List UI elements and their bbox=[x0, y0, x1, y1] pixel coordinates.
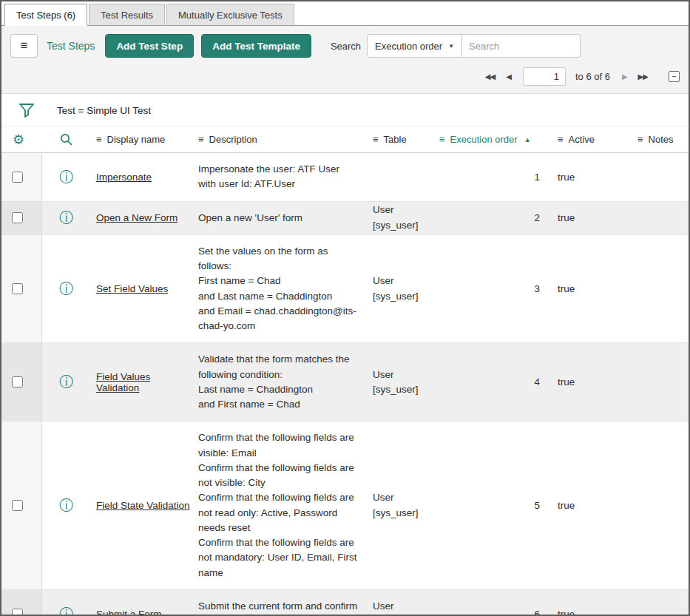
row-checkbox[interactable] bbox=[12, 609, 23, 616]
display-name-link[interactable]: Submit a Form bbox=[96, 609, 162, 616]
execution-order-cell: 1 bbox=[433, 172, 552, 183]
column-label: Table bbox=[384, 134, 407, 145]
table-row: ⓘ Field Values Validation Validate that … bbox=[1, 343, 689, 422]
column-menu-icon: ≡ bbox=[637, 134, 643, 145]
first-page-button[interactable]: ◀◀ bbox=[483, 71, 497, 82]
collapse-list-button[interactable]: − bbox=[669, 71, 680, 82]
table-name-cell: User [sys_user] bbox=[367, 490, 433, 521]
add-test-step-button[interactable]: Add Test Step bbox=[105, 34, 194, 58]
execution-order-cell: 5 bbox=[433, 500, 552, 511]
column-label: Notes bbox=[649, 134, 674, 145]
test-steps-page: Test Steps (6) Test Results Mutually Exc… bbox=[0, 0, 690, 616]
table-row: ⓘ Submit a Form Submit the current form … bbox=[1, 590, 689, 616]
list-column-header: ⚙ ≡ Display name ≡ Description ≡ Table ≡… bbox=[1, 126, 689, 153]
execution-order-cell: 6 bbox=[433, 609, 552, 616]
row-checkbox[interactable] bbox=[12, 500, 23, 511]
gear-icon[interactable]: ⚙ bbox=[13, 132, 24, 148]
row-checkbox[interactable] bbox=[12, 212, 23, 223]
row-checkbox[interactable] bbox=[12, 283, 23, 294]
list-menu-button[interactable]: ≡ bbox=[10, 34, 38, 58]
search-field-dropdown[interactable]: Execution order ▼ bbox=[367, 34, 462, 58]
table-name-cell: User [sys_user] bbox=[367, 599, 433, 616]
sort-ascending-icon: ▲ bbox=[524, 136, 531, 143]
column-header-notes[interactable]: ≡ Notes bbox=[632, 134, 689, 145]
info-icon[interactable]: ⓘ bbox=[59, 282, 73, 296]
info-icon[interactable]: ⓘ bbox=[59, 170, 73, 184]
column-header-description[interactable]: ≡ Description bbox=[192, 134, 367, 145]
last-page-button[interactable]: ▶▶ bbox=[636, 71, 650, 82]
display-name-link[interactable]: Impersonate bbox=[96, 172, 152, 183]
personalize-columns-cell: ⚙ bbox=[1, 132, 42, 148]
row-select-cell bbox=[1, 202, 42, 234]
info-icon[interactable]: ⓘ bbox=[59, 607, 73, 616]
row-info-cell: ⓘ bbox=[42, 607, 90, 616]
display-name-cell: Submit a Form bbox=[90, 609, 192, 616]
active-cell: true bbox=[552, 172, 632, 183]
caret-down-icon: ▼ bbox=[448, 43, 454, 50]
list-title-link[interactable]: Test Steps bbox=[47, 40, 95, 52]
row-info-cell: ⓘ bbox=[42, 375, 90, 389]
info-icon[interactable]: ⓘ bbox=[59, 211, 73, 225]
row-checkbox[interactable] bbox=[12, 172, 23, 183]
execution-order-cell: 4 bbox=[433, 376, 552, 387]
row-checkbox[interactable] bbox=[12, 376, 23, 387]
row-info-cell: ⓘ bbox=[42, 170, 90, 184]
table-row: ⓘ Field State Validation Confirm that th… bbox=[1, 422, 689, 590]
table-name-cell: User [sys_user] bbox=[367, 368, 433, 398]
description-cell: Open a new 'User' form bbox=[192, 202, 367, 234]
column-label: Description bbox=[209, 134, 257, 145]
column-label: Execution order bbox=[450, 134, 518, 145]
hamburger-icon: ≡ bbox=[21, 38, 28, 53]
display-name-cell: Field Values Validation bbox=[90, 371, 192, 393]
execution-order-cell: 3 bbox=[433, 283, 552, 294]
tab-bar: Test Steps (6) Test Results Mutually Exc… bbox=[1, 1, 689, 26]
row-info-cell: ⓘ bbox=[42, 282, 90, 296]
column-menu-icon: ≡ bbox=[373, 134, 379, 145]
description-cell: Set the values on the form as follows: F… bbox=[192, 235, 367, 343]
pagination-row: ◀◀ ◀ to 6 of 6 ▶ ▶▶ − bbox=[10, 67, 680, 86]
row-select-cell bbox=[1, 153, 42, 201]
table-row: ⓘ Impersonate Impersonate the user: ATF … bbox=[1, 153, 689, 202]
column-header-display-name[interactable]: ≡ Display name bbox=[90, 134, 192, 145]
row-select-cell bbox=[1, 343, 42, 421]
tab-test-results[interactable]: Test Results bbox=[89, 4, 165, 25]
display-name-link[interactable]: Open a New Form bbox=[96, 212, 177, 223]
active-cell: true bbox=[552, 609, 632, 616]
filter-breadcrumb[interactable]: Test = Simple UI Test bbox=[57, 105, 151, 116]
row-select-cell bbox=[1, 590, 42, 616]
info-icon[interactable]: ⓘ bbox=[59, 498, 73, 512]
row-info-cell: ⓘ bbox=[42, 211, 90, 225]
table-row: ⓘ Set Field Values Set the values on the… bbox=[1, 235, 689, 344]
display-name-link[interactable]: Field Values Validation bbox=[96, 371, 150, 393]
tab-mutually-exclusive-tests[interactable]: Mutually Exclusive Tests bbox=[166, 4, 294, 25]
column-menu-icon: ≡ bbox=[198, 134, 204, 145]
display-name-cell: Set Field Values bbox=[90, 283, 192, 294]
info-icon[interactable]: ⓘ bbox=[59, 375, 73, 389]
execution-order-cell: 2 bbox=[433, 212, 552, 223]
table-name-cell: User [sys_user] bbox=[367, 274, 433, 304]
tab-test-steps[interactable]: Test Steps (6) bbox=[4, 4, 87, 26]
description-cell: Submit the current form and confirm form… bbox=[192, 590, 367, 616]
previous-page-button[interactable]: ◀ bbox=[504, 71, 513, 82]
search-input[interactable] bbox=[462, 34, 581, 58]
filter-row: Test = Simple UI Test bbox=[1, 94, 689, 126]
next-page-button[interactable]: ▶ bbox=[620, 71, 629, 82]
search-icon[interactable] bbox=[59, 132, 73, 146]
column-header-table[interactable]: ≡ Table bbox=[367, 134, 433, 145]
column-label: Active bbox=[569, 134, 595, 145]
description-cell: Impersonate the user: ATF User with user… bbox=[192, 153, 367, 201]
description-cell: Confirm that the following fields are vi… bbox=[192, 422, 367, 589]
column-header-execution-order[interactable]: ≡ Execution order ▲ bbox=[433, 134, 552, 145]
search-group: Search Execution order ▼ bbox=[331, 34, 581, 58]
search-label: Search bbox=[331, 41, 361, 52]
column-header-active[interactable]: ≡ Active bbox=[552, 134, 632, 145]
filter-funnel-icon[interactable] bbox=[18, 102, 35, 118]
column-search-cell bbox=[42, 132, 90, 146]
add-test-template-button[interactable]: Add Test Template bbox=[201, 34, 311, 58]
display-name-link[interactable]: Field State Validation bbox=[96, 500, 190, 511]
display-name-link[interactable]: Set Field Values bbox=[96, 283, 168, 294]
toolbar-actions-row: ≡ Test Steps Add Test Step Add Test Temp… bbox=[10, 34, 680, 58]
active-cell: true bbox=[552, 376, 632, 387]
page-number-input[interactable] bbox=[523, 67, 566, 86]
row-select-cell bbox=[1, 235, 42, 343]
